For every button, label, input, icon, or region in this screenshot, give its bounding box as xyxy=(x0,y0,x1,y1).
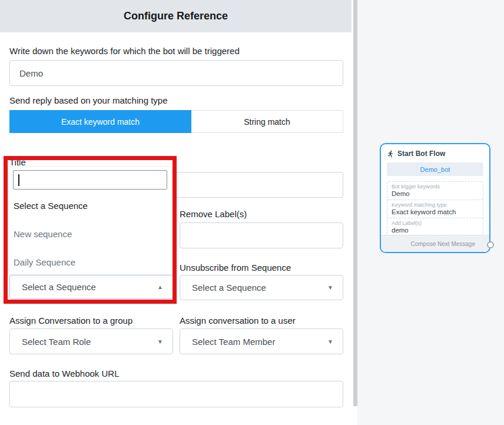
sequence-search-input[interactable] xyxy=(13,170,167,190)
dropdown-option-daily-sequence[interactable]: Daily Sequence xyxy=(14,257,75,267)
keywords-input[interactable] xyxy=(9,60,343,86)
subscribe-sequence-value: Select a Sequence xyxy=(22,282,152,292)
configure-panel: Configure Reference Write down the keywo… xyxy=(0,0,352,425)
vertical-scrollbar[interactable] xyxy=(353,0,357,406)
panel-header: Configure Reference xyxy=(0,0,352,32)
node-fields-box: Bot trigger keywords Demo Keyword matchi… xyxy=(387,181,483,237)
chevron-down-icon: ▼ xyxy=(327,284,333,291)
field-value: demo xyxy=(392,227,479,234)
assign-user-label: Assign conversation to a user xyxy=(180,316,296,326)
field-label: Bot trigger keywords xyxy=(392,184,479,190)
webhook-url-label: Send data to Webhook URL xyxy=(9,368,120,378)
field-label: Keyword matching type xyxy=(392,202,479,208)
bot-name-pill[interactable]: Demo_bot xyxy=(387,162,483,176)
page-title: Configure Reference xyxy=(124,10,228,22)
sequence-dropdown-menu: Select a Sequence New sequence Daily Seq… xyxy=(8,167,172,275)
compose-next-message-label: Compose Next Message xyxy=(411,241,476,247)
chevron-down-icon: ▼ xyxy=(327,338,333,345)
field-value: Exact keyword match xyxy=(392,208,479,215)
output-connector-handle[interactable] xyxy=(487,241,494,248)
subscribe-sequence-select[interactable]: Select a Sequence ▲ xyxy=(9,275,173,299)
exact-keyword-match-button[interactable]: Exact keyword match xyxy=(9,110,191,133)
webhook-url-input[interactable] xyxy=(9,381,343,407)
assign-group-label: Assign Conversation to a group xyxy=(9,316,132,326)
chevron-up-icon: ▲ xyxy=(157,284,163,290)
dropdown-option-select-a-sequence[interactable]: Select a Sequence xyxy=(14,201,88,211)
node-header: Start Bot Flow xyxy=(381,144,489,161)
matching-type-toggle: Exact keyword match String match xyxy=(9,110,343,133)
text-cursor xyxy=(18,174,19,186)
keywords-label: Write down the keywords for which the bo… xyxy=(9,46,240,56)
unsubscribe-sequence-label: Unsubscribe from Sequence xyxy=(180,263,291,273)
node-field-trigger-keywords: Bot trigger keywords Demo xyxy=(387,182,483,200)
field-label: Add Label(s) xyxy=(392,220,479,226)
node-field-matching-type: Keyword matching type Exact keyword matc… xyxy=(387,200,483,218)
team-role-select[interactable]: Select Team Role ▼ xyxy=(9,328,173,354)
dropdown-option-new-sequence[interactable]: New sequence xyxy=(14,229,72,239)
walking-person-icon xyxy=(387,150,394,158)
node-title: Start Bot Flow xyxy=(397,150,445,158)
team-member-value: Select Team Member xyxy=(192,337,323,347)
chevron-down-icon: ▼ xyxy=(157,338,163,345)
title-label: Title xyxy=(9,157,26,167)
node-field-add-labels: Add Label(s) demo xyxy=(387,218,483,236)
remove-labels-input[interactable] xyxy=(180,223,343,248)
compose-next-message-area: Compose Next Message xyxy=(381,235,489,252)
remove-labels-label: Remove Label(s) xyxy=(180,209,247,219)
field-value: Demo xyxy=(392,190,479,197)
start-bot-flow-node[interactable]: Start Bot Flow Demo_bot Bot trigger keyw… xyxy=(380,143,490,253)
unsubscribe-sequence-select[interactable]: Select a Sequence ▼ xyxy=(180,275,343,300)
matching-type-label: Send reply based on your matching type xyxy=(9,95,168,105)
unsubscribe-sequence-value: Select a Sequence xyxy=(192,283,323,293)
app-root: Configure Reference Write down the keywo… xyxy=(0,0,504,425)
team-member-select[interactable]: Select Team Member ▼ xyxy=(180,328,343,354)
string-match-button[interactable]: String match xyxy=(191,110,343,133)
team-role-value: Select Team Role xyxy=(22,337,152,347)
